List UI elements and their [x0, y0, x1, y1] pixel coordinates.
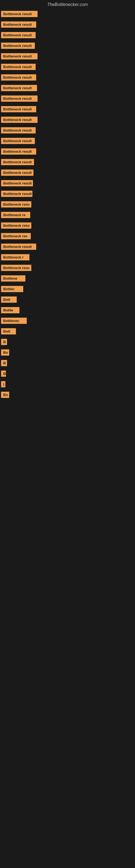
- bar-row: Bottleneck result: [0, 9, 135, 20]
- bottleneck-bar: Bott: [1, 328, 16, 335]
- bottleneck-bar: Bottleneck result: [1, 22, 36, 28]
- bottleneck-bar: B: [1, 360, 7, 366]
- bottleneck-bar: Bottleneck result: [1, 180, 33, 186]
- bar-row: Bottleneck resu: [0, 221, 135, 231]
- bottleneck-bar: Bottleneck resu: [1, 201, 31, 208]
- bottleneck-bar: Bo: [1, 349, 9, 355]
- bar-row: Bottle: [0, 305, 135, 316]
- bar-row: Bottleneck result: [0, 41, 135, 52]
- bottleneck-bar: Bottleneck result: [1, 42, 35, 49]
- bar-row: Bottleneck result: [0, 168, 135, 179]
- bottleneck-bar: Bottlenec: [1, 318, 27, 324]
- bottleneck-bar: B: [1, 371, 6, 377]
- bar-row: B: [0, 369, 135, 379]
- bar-row: Bottleneck result: [0, 147, 135, 157]
- bar-row: Bottleneck re: [0, 210, 135, 221]
- bar-row: Bottler: [0, 284, 135, 295]
- bar-row: Bottleneck result: [0, 62, 135, 73]
- bottleneck-bar: Bottleneck result: [1, 138, 35, 144]
- bottleneck-bar: Bottleneck result: [1, 244, 36, 250]
- bar-row: Bo: [0, 390, 135, 401]
- bottleneck-bar: Bottleneck result: [1, 191, 32, 197]
- bar-row: Bottleneck result: [0, 136, 135, 147]
- bottleneck-bar: Bottleneck resu: [1, 265, 31, 271]
- bottleneck-bar: Bottleneck result: [1, 169, 34, 176]
- bar-row: B: [0, 358, 135, 369]
- bar-row: Bottleneck result: [0, 157, 135, 168]
- bar-row: Bottleneck result: [0, 52, 135, 62]
- bar-row: Bottleneck result: [0, 179, 135, 189]
- bar-row: B: [0, 337, 135, 348]
- bottleneck-bar: Bottleneck result: [1, 117, 38, 123]
- bottleneck-bar: Bo: [1, 392, 9, 398]
- bottleneck-bar: Bottleneck result: [1, 32, 36, 38]
- bottleneck-bar: Bottleneck result: [1, 64, 36, 70]
- bar-row: Bottleneck result: [0, 73, 135, 83]
- bar-row: Bottleneck result: [0, 83, 135, 94]
- bars-container: Bottleneck resultBottleneck resultBottle…: [0, 9, 135, 401]
- bar-row: Bottleneck result: [0, 126, 135, 136]
- bottleneck-bar: Bottle: [1, 307, 19, 313]
- bottleneck-bar: Bottleneck result: [1, 85, 37, 91]
- bottleneck-bar: Bottleneck result: [1, 95, 38, 102]
- bar-row: Bottleneck result: [0, 242, 135, 252]
- site-title: TheBottlenecker.com: [0, 0, 135, 9]
- bottleneck-bar: Bottlene: [1, 275, 26, 282]
- bottleneck-bar: Bottleneck resu: [1, 222, 31, 229]
- bar-row: Bottlenec: [0, 316, 135, 327]
- bottleneck-bar: Bottleneck result: [1, 53, 38, 59]
- bottleneck-bar: Bottleneck result: [1, 11, 38, 17]
- bottleneck-bar: Bottleneck result: [1, 148, 36, 155]
- bar-row: Bottleneck r: [0, 252, 135, 263]
- bar-row: Bottleneck resu: [0, 199, 135, 210]
- bottleneck-bar: Bottleneck result: [1, 159, 34, 165]
- bar-row: Bottleneck result: [0, 115, 135, 126]
- bottleneck-bar: |: [1, 381, 5, 388]
- bar-row: Bottleneck result: [0, 94, 135, 104]
- bar-row: Bottlene: [0, 274, 135, 284]
- bottleneck-bar: Bottleneck res: [1, 233, 31, 239]
- bottleneck-bar: Bott: [1, 297, 17, 303]
- bottleneck-bar: B: [1, 339, 7, 345]
- bar-row: Bottleneck result: [0, 20, 135, 30]
- bottleneck-bar: Bottleneck r: [1, 254, 30, 260]
- bottleneck-bar: Bottleneck result: [1, 74, 36, 81]
- bar-row: Bott: [0, 295, 135, 305]
- bottleneck-bar: Bottleneck result: [1, 106, 36, 112]
- bar-row: Bottleneck result: [0, 189, 135, 199]
- bottleneck-bar: Bottler: [1, 286, 23, 292]
- bar-row: Bottleneck result: [0, 30, 135, 41]
- bar-row: Bottleneck res: [0, 231, 135, 242]
- bar-row: Bott: [0, 327, 135, 337]
- bottleneck-bar: Bottleneck result: [1, 127, 36, 133]
- bar-row: Bo: [0, 348, 135, 358]
- bar-row: |: [0, 379, 135, 390]
- bottleneck-bar: Bottleneck re: [1, 212, 30, 218]
- bar-row: Bottleneck resu: [0, 263, 135, 274]
- bar-row: Bottleneck result: [0, 104, 135, 115]
